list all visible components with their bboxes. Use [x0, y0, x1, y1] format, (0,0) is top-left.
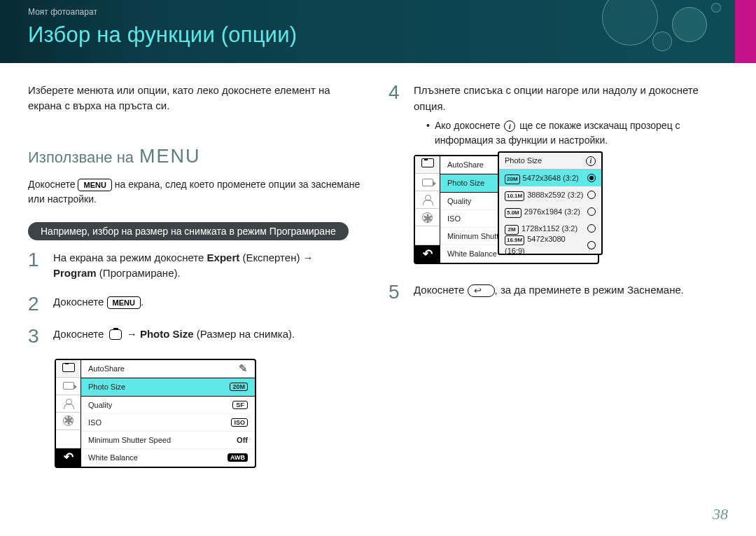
steps-list-right: 4 Плъзнете списъка с опции нагоре или на… [388, 83, 728, 302]
header-band: Моят фотоапарат Избор на функции (опции) [0, 0, 756, 63]
step-5: 5 Докоснете , за да преминете в режим За… [388, 282, 728, 302]
steps-list-left: 1 На екрана за режим докоснете Expert (Е… [28, 250, 368, 346]
popover-opt-2[interactable]: 5.0M2976x1984 (3:2) [499, 203, 601, 220]
sidebar2-settings-tab[interactable] [415, 209, 440, 226]
menu-row-photosize[interactable]: Photo Size20M [81, 378, 255, 397]
gear-tab-icon [63, 415, 74, 426]
radio-icon [587, 174, 596, 182]
program-label: Program [53, 267, 97, 279]
sidebar2-video-tab[interactable] [415, 174, 440, 191]
camera-tab-icon [62, 363, 75, 373]
camera-icon [109, 329, 122, 340]
autoshare-icon: ✎ [239, 362, 248, 375]
radio-icon [587, 224, 596, 233]
popover-info-icon[interactable]: i [586, 156, 596, 166]
radio-icon [587, 207, 596, 216]
step-number-4: 4 [388, 83, 402, 102]
step-number-5: 5 [388, 282, 402, 302]
sidebar2-back-button[interactable]: ↶ [415, 245, 440, 263]
iso-value-tag: ISO [231, 418, 248, 427]
person-tab-icon [64, 399, 73, 408]
expert-label: Expert [207, 252, 240, 263]
sidebar-video-tab[interactable] [56, 378, 80, 395]
person-tab-icon [424, 195, 432, 205]
video-tab-icon [63, 382, 74, 390]
right-column: 4 Плъзнете списъка с опции нагоре или на… [388, 83, 728, 468]
section-heading: Използване на MENU [28, 146, 368, 167]
sidebar2-photo-tab[interactable] [415, 156, 440, 174]
radio-icon [587, 241, 596, 249]
quality-value-tag: SF [232, 401, 248, 409]
popover-opt-0[interactable]: 20M5472x3648 (3:2) [499, 170, 601, 186]
content-area: Изберете менюта или опции, като леко док… [0, 63, 756, 468]
left-column: Изберете менюта или опции, като леко док… [28, 83, 368, 468]
back-key-icon [468, 284, 495, 297]
step-4: 4 Плъзнете списъка с опции нагоре или на… [388, 83, 728, 264]
photo-size-label: Photo Size [140, 328, 194, 340]
camera-ui-1: ↶ AutoShare✎ Photo Size20M QualitySF ISO… [55, 359, 256, 468]
sidebar-user-tab[interactable] [56, 395, 80, 413]
step-number-3: 3 [28, 327, 42, 346]
sidebar-back-button[interactable]: ↶ [56, 448, 80, 467]
info-icon: i [504, 121, 515, 132]
menu-row-quality[interactable]: QualitySF [81, 397, 255, 414]
page-number: 38 [713, 505, 728, 523]
step-1: 1 На екрана за режим докоснете Expert (Е… [28, 250, 368, 282]
gear-tab-icon [422, 212, 433, 223]
camera-sidebar-2: ↶ [415, 156, 440, 263]
popover-opt-1[interactable]: 10.1M3888x2592 (3:2) [499, 186, 601, 203]
menu-row-iso[interactable]: ISOISO [81, 414, 255, 432]
photosize-value-tag: 20M [230, 383, 248, 391]
popover-title: Photo Size [505, 155, 542, 167]
menu-row-minshutter[interactable]: Minimum Shutter SpeedOff [81, 432, 255, 449]
video-tab-icon [422, 179, 433, 186]
step-3: 3 Докоснете → Photo Size (Размер на сним… [28, 327, 368, 346]
sidebar2-user-tab[interactable] [415, 191, 440, 209]
menu-row-autoshare[interactable]: AutoShare✎ [81, 360, 255, 378]
camera-tab-icon [421, 158, 434, 171]
photosize-popover: Photo Size i 20M5472x3648 (3:2) 10.1M388… [498, 151, 603, 255]
menu-row-wb[interactable]: White BalanceAWB [81, 449, 255, 467]
radio-icon [587, 191, 596, 199]
intro-text: Изберете менюта или опции, като леко док… [28, 83, 350, 114]
section-menu-word: MENU [139, 146, 201, 167]
wb-value-tag: AWB [227, 453, 248, 462]
section-lead: Използване на [28, 149, 134, 167]
step-number-1: 1 [28, 250, 42, 270]
popover-header: Photo Size i [499, 153, 601, 170]
step-4-note: Ако докоснете i ще се покаже изскачащ пр… [426, 118, 728, 148]
example-pill: Например, избор на размер на снимката в … [28, 222, 349, 240]
sidebar-settings-tab[interactable] [56, 413, 80, 430]
menu-key-icon: MENU [107, 296, 141, 309]
step-2: 2 Докоснете MENU. [28, 294, 368, 314]
popover-opt-4[interactable]: 16.9M5472x3080 (16:9) [499, 237, 601, 254]
step-number-2: 2 [28, 294, 42, 314]
section-subtext: Докоснете MENU на екрана, след което про… [28, 177, 368, 207]
camera-menu-list: AutoShare✎ Photo Size20M QualitySF ISOIS… [81, 360, 255, 467]
menu-key-icon: MENU [78, 179, 111, 191]
sidebar-photo-tab[interactable] [56, 360, 80, 378]
camera-sidebar: ↶ [56, 360, 81, 467]
minshutter-value: Off [237, 436, 248, 444]
decorative-bokeh [588, 0, 735, 63]
